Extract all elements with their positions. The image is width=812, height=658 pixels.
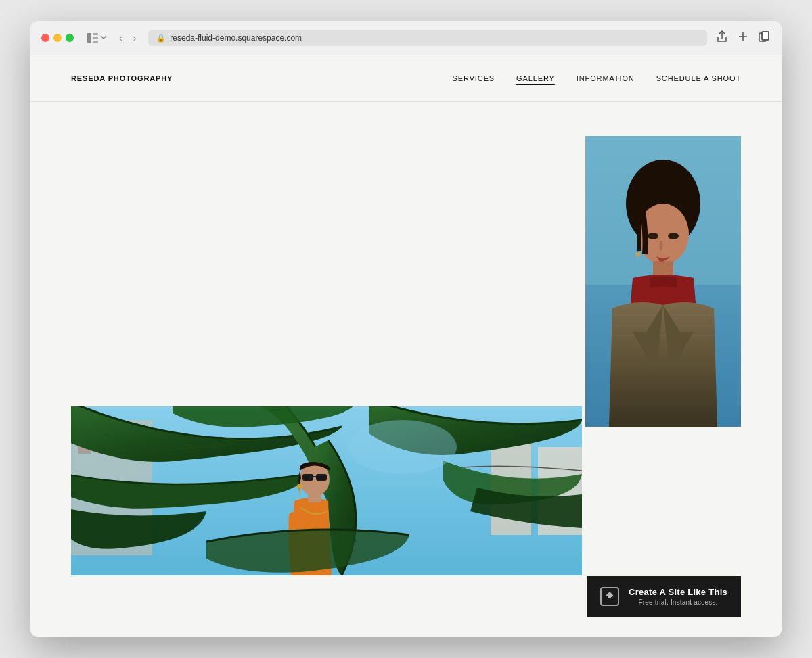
portrait-photo — [585, 136, 741, 427]
nav-buttons: ‹ › — [115, 31, 140, 45]
svg-rect-0 — [87, 33, 91, 43]
svg-point-34 — [297, 484, 302, 489]
svg-point-15 — [668, 233, 679, 239]
duplicate-tab-button[interactable] — [757, 30, 771, 46]
svg-rect-32 — [316, 474, 327, 481]
create-site-subtitle: Free trial. Instant access. — [629, 598, 727, 606]
new-tab-button[interactable] — [737, 30, 749, 45]
landscape-photo — [71, 406, 582, 575]
nav-schedule[interactable]: SCHEDULE A SHOOT — [656, 74, 741, 83]
gallery-area — [30, 102, 782, 575]
sidebar-toggle[interactable] — [87, 33, 107, 43]
minimize-button[interactable] — [53, 34, 62, 42]
maximize-button[interactable] — [66, 34, 74, 42]
address-bar[interactable]: 🔒 reseda-fluid-demo.squarespace.com — [148, 30, 707, 46]
nav-gallery[interactable]: GALLERY — [516, 74, 555, 83]
svg-point-14 — [648, 233, 658, 239]
url-text: reseda-fluid-demo.squarespace.com — [170, 33, 302, 43]
share-button[interactable] — [715, 29, 729, 47]
squarespace-logo-icon — [600, 587, 619, 606]
create-site-button[interactable]: Create A Site Like This Free trial. Inst… — [587, 576, 741, 617]
svg-point-16 — [635, 252, 641, 257]
nav-services[interactable]: SERVICES — [453, 74, 495, 83]
close-button[interactable] — [41, 34, 49, 42]
svg-point-35 — [348, 420, 457, 474]
back-button[interactable]: ‹ — [115, 31, 127, 45]
forward-button[interactable]: › — [129, 31, 141, 45]
svg-rect-31 — [302, 474, 313, 481]
site-logo: RESEDA PHOTOGRAPHY — [71, 74, 173, 83]
create-site-text: Create A Site Like This Free trial. Inst… — [629, 587, 727, 606]
svg-rect-33 — [313, 476, 316, 477]
browser-actions — [715, 29, 771, 47]
site-navigation: RESEDA PHOTOGRAPHY SERVICES GALLERY INFO… — [30, 55, 782, 102]
traffic-lights — [41, 34, 74, 42]
browser-chrome: ‹ › 🔒 reseda-fluid-demo.squarespace.com — [30, 21, 782, 55]
site-content: RESEDA PHOTOGRAPHY SERVICES GALLERY INFO… — [30, 55, 782, 637]
svg-rect-3 — [93, 41, 98, 43]
create-site-title: Create A Site Like This — [629, 587, 727, 597]
nav-information[interactable]: INFORMATION — [577, 74, 635, 83]
nav-links: SERVICES GALLERY INFORMATION SCHEDULE A … — [453, 74, 741, 83]
svg-rect-7 — [762, 32, 769, 40]
lock-icon: 🔒 — [156, 34, 166, 43]
svg-rect-2 — [93, 37, 98, 39]
browser-window: ‹ › 🔒 reseda-fluid-demo.squarespace.com — [30, 21, 782, 637]
svg-rect-1 — [93, 33, 98, 35]
